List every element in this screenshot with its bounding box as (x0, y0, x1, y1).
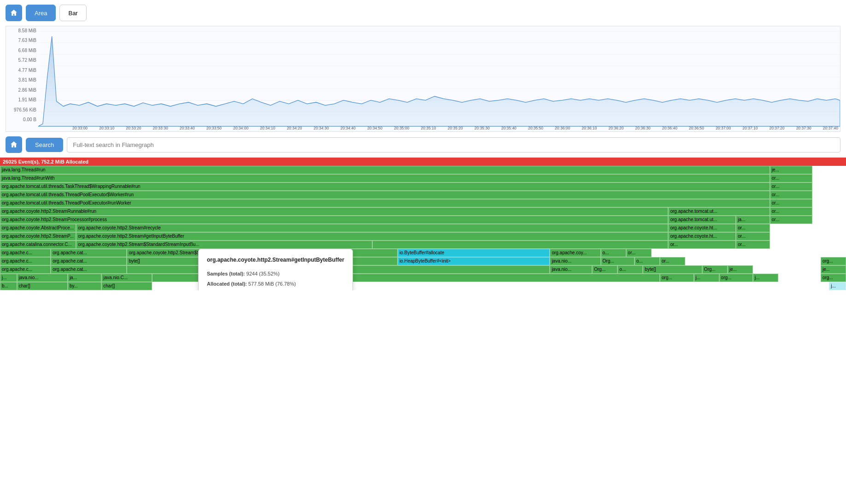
flame-block[interactable]: org.apache.cat... (51, 249, 127, 257)
flame-block[interactable]: char[] (17, 282, 68, 290)
flame-block[interactable]: org.apache.tomcat.util.threads.TaskThrea… (0, 182, 770, 191)
flame-block[interactable]: o... (601, 249, 626, 257)
flame-block[interactable]: or... (770, 182, 812, 191)
flame-row[interactable]: java.lang.Thread#run je... (0, 166, 846, 174)
flame-block[interactable]: or... (770, 199, 812, 207)
flame-block[interactable]: org.apache.tomcat.ut... (668, 207, 770, 216)
flame-row[interactable]: java.lang.Thread#runWith or... (0, 174, 846, 182)
flame-block[interactable]: org.apache.coyote.http2.Stream$StandardS… (127, 249, 398, 257)
flame-block[interactable]: o... (634, 257, 660, 265)
flame-block[interactable]: o... (617, 265, 643, 274)
flame-block[interactable]: org.apache.c... (0, 257, 51, 265)
flame-block[interactable]: java.nio... (550, 265, 592, 274)
flame-block[interactable]: org.apache.coyote.http2.Stream#getInputB… (76, 232, 668, 240)
flame-block[interactable] (127, 265, 550, 274)
flame-block[interactable]: org.apache.tomcat.util.threads.ThreadPoo… (0, 199, 770, 207)
flame-block[interactable]: java.nio.C... (101, 274, 152, 282)
flame-block[interactable]: org.apache.coyote.http2.StreamP... (0, 232, 76, 240)
flame-block[interactable]: or... (770, 191, 812, 199)
flame-block[interactable]: java.lang.Thread#runWith (0, 174, 770, 182)
home-button[interactable] (6, 5, 22, 21)
flame-row[interactable]: b... char[] by... char[] (0, 282, 846, 290)
flame-block[interactable]: Org... (702, 265, 728, 274)
flame-block[interactable]: Org... (601, 257, 634, 265)
flame-block[interactable]: io.ByteBuffer#allocate (398, 249, 550, 257)
search-bar: Search (0, 132, 846, 158)
flame-row[interactable]: org.apache.coyote.http2.StreamRunnable#r… (0, 207, 846, 216)
right-stack: org... je... org... j... org... j... org… (804, 257, 846, 290)
y-axis: 8.58 MiB 7.63 MiB 6.68 MiB 5.72 MiB 4.77… (6, 26, 38, 122)
flame-block[interactable]: org.apache.catalina.connector.C... (0, 240, 76, 249)
flame-block[interactable]: org.apache.c... (0, 249, 51, 257)
flame-block[interactable]: or... (770, 207, 812, 216)
flame-row[interactable]: org.apache.tomcat.util.threads.ThreadPoo… (0, 199, 846, 207)
flame-block[interactable]: or... (770, 174, 812, 182)
flame-row[interactable]: org.apache.coyote.http2.StreamProcessor#… (0, 216, 846, 224)
flame-block[interactable]: j... (694, 274, 719, 282)
flame-block[interactable]: io.HeapByteBuffer#<init> (398, 257, 550, 265)
flame-block[interactable]: byte[] (643, 265, 702, 274)
flame-block[interactable]: org.apache.coyote.http2.StreamRunnable#r… (0, 207, 668, 216)
top-toolbar: Area Bar (0, 0, 846, 26)
flame-block[interactable]: org.apache.tomcat.ut... (668, 216, 736, 224)
flame-block[interactable]: j... (0, 274, 17, 282)
flamegraph-header: 26025 Event(s), 752.2 MiB Allocated (0, 158, 846, 166)
flame-block[interactable]: java.nio... (550, 257, 600, 265)
flame-block[interactable]: org.apache.tomcat.util.threads.ThreadPoo… (0, 191, 770, 199)
flame-block[interactable]: ja... (736, 216, 770, 224)
flame-block[interactable]: b... (0, 282, 17, 290)
flame-block[interactable]: ja... (68, 274, 101, 282)
flame-block[interactable]: org.apache.coyote.http2.StreamProcessor#… (0, 216, 668, 224)
home-button-2[interactable] (6, 136, 22, 153)
chart-canvas[interactable]: 20:33:00 20:33:10 20:33:20 20:33:30 20:3… (38, 26, 840, 131)
flame-block[interactable]: org.apache.coyote.ht... (668, 232, 736, 240)
flame-block[interactable]: org.apache.cat... (51, 265, 127, 274)
flame-block[interactable]: org.apache.coyote.http2.Stream#recycle (76, 224, 668, 232)
flame-block[interactable]: je... (770, 166, 812, 174)
flame-row[interactable]: org.apache.catalina.connector.C... org.a… (0, 240, 846, 249)
flame-row[interactable]: org.apache.c... org.apache.cat... org.ap… (0, 249, 846, 257)
flame-block[interactable]: byte[] (127, 257, 398, 265)
flame-row[interactable]: org.apache.tomcat.util.threads.TaskThrea… (0, 182, 846, 191)
flame-block[interactable]: or... (660, 257, 685, 265)
flamegraph-rows: java.lang.Thread#run je... java.lang.Thr… (0, 166, 846, 290)
flame-block[interactable]: java.lang.Thread#run (0, 166, 770, 174)
flame-block[interactable]: by... (68, 282, 101, 290)
flame-block[interactable]: org.apache.coyote.http2.Stream$StandardS… (76, 240, 372, 249)
flame-row[interactable]: j... java.nio... ja... java.nio.C... org… (0, 274, 846, 282)
flame-block[interactable]: j... (753, 274, 778, 282)
flame-row[interactable]: org.apache.coyote.AbstractProce... org.a… (0, 224, 846, 232)
flame-block[interactable]: org.apache.c... (0, 265, 51, 274)
flame-row[interactable]: org.apache.c... org.apache.cat... byte[]… (0, 257, 846, 265)
flame-block[interactable]: char[] (101, 282, 152, 290)
flame-row[interactable]: org.apache.tomcat.util.threads.ThreadPoo… (0, 191, 846, 199)
memory-chart: 8.58 MiB 7.63 MiB 6.68 MiB 5.72 MiB 4.77… (6, 26, 840, 132)
flame-block[interactable]: or... (736, 240, 770, 249)
flame-block[interactable]: or... (626, 249, 652, 257)
flame-block[interactable]: org... (660, 274, 693, 282)
flame-block[interactable] (152, 274, 660, 282)
search-input[interactable] (67, 137, 840, 152)
flame-block[interactable]: org.apache.coyote.AbstractProce... (0, 224, 76, 232)
flame-row[interactable]: org.apache.coyote.http2.StreamP... org.a… (0, 232, 846, 240)
search-button[interactable]: Search (26, 138, 63, 152)
tab-area[interactable]: Area (26, 5, 56, 21)
flame-block[interactable]: je... (728, 265, 753, 274)
x-axis: 20:33:00 20:33:10 20:33:20 20:33:30 20:3… (70, 125, 840, 131)
flame-block[interactable]: or... (736, 232, 770, 240)
flame-block[interactable]: Org... (592, 265, 617, 274)
flame-block[interactable]: or... (770, 216, 812, 224)
flame-block[interactable]: or... (736, 224, 770, 232)
flame-block[interactable]: java.nio... (17, 274, 68, 282)
flame-block[interactable]: org.apache.coyote.ht... (668, 224, 736, 232)
tab-bar[interactable]: Bar (59, 5, 86, 21)
flame-block[interactable]: org.apache.coy... (550, 249, 600, 257)
flame-block[interactable]: org... (719, 274, 753, 282)
flame-block[interactable]: or... (668, 240, 736, 249)
flame-row[interactable]: org.apache.c... org.apache.cat... java.n… (0, 265, 846, 274)
flame-block[interactable]: org.apache.cat... (51, 257, 127, 265)
flamegraph-container: 26025 Event(s), 752.2 MiB Allocated java… (0, 158, 846, 290)
flame-block[interactable] (372, 240, 669, 249)
